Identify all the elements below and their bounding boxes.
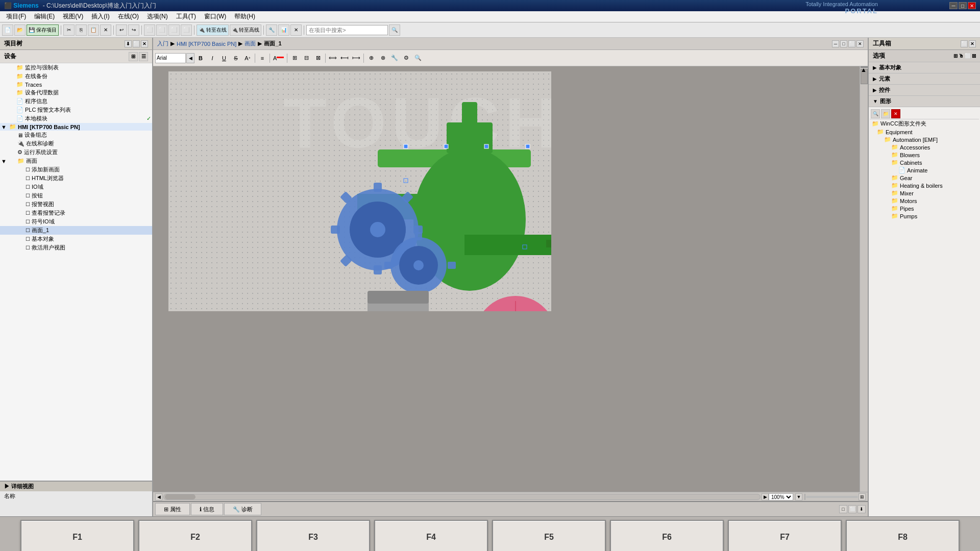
canvas-minimize-btn[interactable]: ─ bbox=[832, 40, 839, 47]
go-online-button[interactable]: 🔌 转至在线 bbox=[197, 24, 229, 36]
scroll-left-btn[interactable]: ◀ bbox=[155, 493, 162, 500]
tree-item-plc-alarm[interactable]: 📄 PLC 报警文本列表 bbox=[0, 106, 152, 114]
fmt-btn1[interactable]: ⊞ bbox=[289, 53, 300, 64]
minimize-button[interactable]: ─ bbox=[949, 2, 958, 9]
graphics-close-btn[interactable]: ✕ bbox=[891, 109, 900, 118]
selections-toolbar-btn1[interactable]: ⊞ bbox=[953, 53, 958, 59]
controls-section[interactable]: ▶ 控件 bbox=[869, 85, 980, 96]
hscroll-track[interactable] bbox=[163, 494, 761, 500]
redo-button[interactable]: ↪ bbox=[128, 24, 139, 36]
toolbox-close-btn[interactable]: ✕ bbox=[969, 40, 976, 47]
toolbox-item-automation[interactable]: 📁 Automation [EMF] bbox=[870, 136, 979, 143]
undo-button[interactable]: ↩ bbox=[116, 24, 127, 36]
fkey-f5[interactable]: F5 bbox=[492, 520, 606, 552]
tree-item-user-view[interactable]: ☐ 救活用户视图 bbox=[0, 243, 152, 252]
tree-item-html-browser[interactable]: ☐ HTML浏览器 bbox=[0, 174, 152, 183]
selections-toolbar-btn4[interactable]: ⊠ bbox=[972, 53, 976, 59]
elements-section[interactable]: ▶ 元素 bbox=[869, 73, 980, 85]
fmt-btn11[interactable]: 🔍 bbox=[412, 53, 424, 64]
fkey-f7[interactable]: F7 bbox=[728, 520, 842, 552]
font-name-field[interactable]: Arial bbox=[155, 53, 186, 63]
fkey-f1[interactable]: F1 bbox=[20, 520, 134, 552]
inspection-btn2[interactable]: ⬜ bbox=[848, 505, 856, 513]
paste-button[interactable]: 📋 bbox=[88, 24, 99, 36]
tb-btn2[interactable]: ⬜ bbox=[156, 24, 167, 36]
tree-item-local-module[interactable]: 📄 本地模块 ✓ bbox=[0, 114, 152, 123]
canvas-close-btn[interactable]: ✕ bbox=[856, 40, 864, 47]
fkey-f2[interactable]: F2 bbox=[138, 520, 252, 552]
basic-objects-section[interactable]: ▶ 基本对象 bbox=[869, 62, 980, 73]
menu-options[interactable]: 选项(N) bbox=[143, 11, 172, 22]
panel-close-btn[interactable]: ✕ bbox=[141, 40, 148, 47]
tree-item-alarm-log[interactable]: ☐ 查看报警记录 bbox=[0, 209, 152, 217]
selections-toolbar-btn2[interactable]: 🖱 bbox=[959, 53, 964, 59]
toolbox-item-cabinets[interactable]: 📁 Cabinets bbox=[870, 159, 979, 166]
search-button[interactable]: 🔍 bbox=[389, 24, 400, 36]
device-sort-btn[interactable]: ☰ bbox=[139, 52, 148, 61]
toolbox-item-gear[interactable]: 📁 Gear bbox=[870, 174, 979, 182]
toolbox-item-equipment[interactable]: 📁 Equipment bbox=[870, 128, 979, 136]
vertical-scrollbar[interactable]: ▲ bbox=[860, 66, 868, 492]
canvas-maximize-btn[interactable]: ⬜ bbox=[848, 40, 855, 47]
breadcrumb-item1[interactable]: 入门 bbox=[157, 40, 168, 47]
toolbox-item-heating[interactable]: 📁 Heating & boilers bbox=[870, 182, 979, 189]
tree-item-monitor[interactable]: 📁 监控与强制表 bbox=[0, 63, 152, 72]
fmt-btn10[interactable]: ⚙ bbox=[401, 53, 412, 64]
maximize-button[interactable]: □ bbox=[959, 2, 967, 9]
toolbox-item-blowers[interactable]: 📁 Blowers bbox=[870, 151, 979, 159]
graphics-folder-btn[interactable]: 📁 bbox=[881, 109, 890, 118]
tree-item-screens[interactable]: ▼ 📁 画面 bbox=[0, 157, 152, 165]
tree-item-proginfo[interactable]: 📄 程序信息 bbox=[0, 97, 152, 106]
close-button[interactable]: ✕ bbox=[968, 2, 976, 9]
strikethrough-button[interactable]: S bbox=[230, 53, 241, 64]
hmi-canvas[interactable]: TOUCH bbox=[168, 71, 551, 311]
menu-project[interactable]: 项目(F) bbox=[2, 11, 30, 22]
fmt-btn9[interactable]: 🔧 bbox=[389, 53, 400, 64]
toolbox-item-pumps[interactable]: 📁 Pumps bbox=[870, 212, 979, 220]
fkey-f3[interactable]: F3 bbox=[256, 520, 370, 552]
menu-insert[interactable]: 插入(I) bbox=[87, 11, 113, 22]
toolbox-item-accessories[interactable]: 📁 Accessories bbox=[870, 143, 979, 151]
panel-float-btn[interactable]: ⬜ bbox=[133, 40, 140, 47]
bold-button[interactable]: B bbox=[195, 53, 206, 64]
menu-tools[interactable]: 工具(T) bbox=[172, 11, 200, 22]
tree-item-alarm-view[interactable]: ☐ 报警视图 bbox=[0, 200, 152, 209]
zoom-dropdown-btn[interactable]: ▼ bbox=[795, 493, 802, 500]
tree-item-traces[interactable]: 📁 Traces bbox=[0, 81, 152, 88]
toolbox-item-mixer[interactable]: 📁 Mixer bbox=[870, 189, 979, 197]
fkey-f6[interactable]: F6 bbox=[610, 520, 724, 552]
zoom-select[interactable]: 100% 50% 75% 125% 150% 200% bbox=[769, 493, 793, 500]
selections-section-header[interactable]: 选项 ⊞ 🖱 ⬜ ⊠ bbox=[869, 50, 980, 62]
tree-item-add-screen[interactable]: ☐ 添加新画面 bbox=[0, 165, 152, 174]
breadcrumb-item3[interactable]: 画面 bbox=[244, 40, 256, 47]
fmt-btn6[interactable]: ⟼ bbox=[351, 53, 362, 64]
tree-item-device-config[interactable]: 🖥 设备组态 bbox=[0, 131, 152, 139]
inspection-btn3[interactable]: ⬇ bbox=[857, 505, 866, 513]
fkey-f4[interactable]: F4 bbox=[374, 520, 488, 552]
project-search-input[interactable] bbox=[306, 25, 388, 35]
tree-item-proxy[interactable]: 📁 设备代理数据 bbox=[0, 88, 152, 97]
diagnostics-tab[interactable]: 🔧 诊断 bbox=[224, 503, 261, 515]
detail-section-header[interactable]: ▶ 详细视图 bbox=[0, 482, 152, 491]
tb-btn7[interactable]: ✕ bbox=[290, 24, 302, 36]
tb-btn1[interactable]: ⬜ bbox=[144, 24, 155, 36]
hscroll-thumb[interactable] bbox=[165, 494, 195, 499]
tree-item-symbol-io[interactable]: ☐ 符号IO域 bbox=[0, 217, 152, 226]
fmt-btn2[interactable]: ⊟ bbox=[301, 53, 312, 64]
breadcrumb-item2[interactable]: HMI [KTP700 Basic PN] bbox=[177, 41, 236, 47]
nav-btn[interactable]: ⊞ bbox=[859, 493, 866, 500]
toolbox-item-pipes[interactable]: 📁 Pipes bbox=[870, 205, 979, 212]
superscript-button[interactable]: A+ bbox=[242, 53, 253, 64]
fmt-btn3[interactable]: ⊠ bbox=[312, 53, 324, 64]
tb-btn4[interactable]: ⬜ bbox=[181, 24, 192, 36]
font-size-down[interactable]: ◀ bbox=[186, 53, 194, 63]
inspection-btn1[interactable]: □ bbox=[839, 505, 847, 513]
graphics-search-btn[interactable]: 🔍 bbox=[871, 109, 880, 118]
info-tab[interactable]: ℹ 信息 bbox=[191, 503, 223, 515]
tree-item-basic-obj[interactable]: ☐ 基本对象 bbox=[0, 235, 152, 243]
tree-item-hmi[interactable]: ▼ 📁 HMI [KTP700 Basic PN] bbox=[0, 123, 152, 131]
device-view-btn[interactable]: ⊞ bbox=[129, 52, 138, 61]
tree-item-button[interactable]: ☐ 按钮 bbox=[0, 191, 152, 200]
menu-view[interactable]: 视图(V) bbox=[59, 11, 87, 22]
scrollbar-up[interactable]: ▲ bbox=[861, 66, 868, 68]
